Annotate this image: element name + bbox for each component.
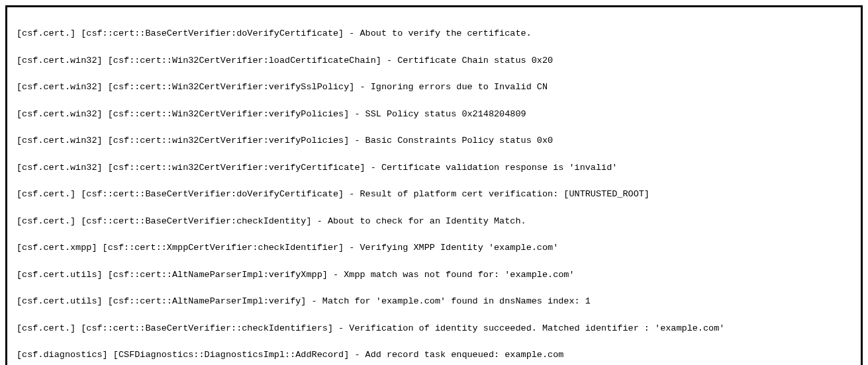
log-line: [csf.cert.win32] [csf::cert::win32CertVe…	[17, 161, 851, 175]
log-line: [csf.cert.] [csf::cert::BaseCertVerifier…	[17, 322, 851, 335]
log-line: [csf.cert.win32] [csf::cert::Win32CertVe…	[17, 54, 851, 67]
log-line: [csf.cert.xmpp] [csf::cert::XmppCertVeri…	[17, 241, 851, 255]
log-output-box: [csf.cert.] [csf::cert::BaseCertVerifier…	[5, 5, 863, 365]
log-line: [csf.cert.utils] [csf::cert::AltNamePars…	[17, 295, 851, 308]
log-line: [csf.diagnostics] [CSFDiagnostics::Diagn…	[17, 348, 851, 362]
log-line: [csf.cert.win32] [csf::cert::Win32CertVe…	[17, 108, 851, 121]
log-line: [csf.cert.win32] [csf::cert::win32CertVe…	[17, 134, 851, 147]
log-line: [csf.cert.] [csf::cert::BaseCertVerifier…	[17, 215, 851, 228]
log-line: [csf.cert.win32] [csf::cert::Win32CertVe…	[17, 81, 851, 94]
log-line: [csf.cert.] [csf::cert::BaseCertVerifier…	[17, 27, 851, 40]
log-line: [csf.cert.utils] [csf::cert::AltNamePars…	[17, 268, 851, 282]
log-line: [csf.cert.] [csf::cert::BaseCertVerifier…	[17, 188, 851, 201]
